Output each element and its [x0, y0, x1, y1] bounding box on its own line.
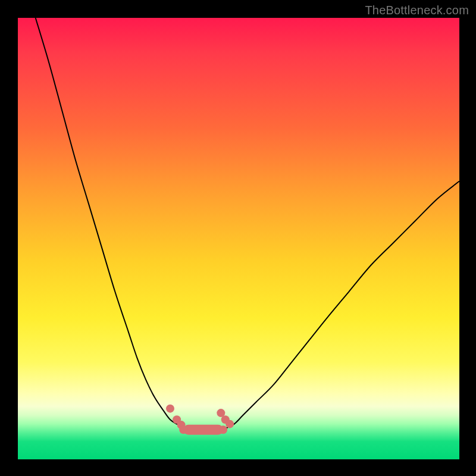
- marker-flat-segment: [183, 425, 223, 435]
- chart-svg: [18, 18, 459, 459]
- plot-area: [18, 18, 459, 459]
- marker-layer: [166, 405, 234, 435]
- curve-layer: [36, 18, 459, 431]
- marker-dot: [219, 425, 227, 434]
- series-right-curve: [226, 181, 459, 429]
- marker-dot: [179, 425, 187, 434]
- watermark-text: TheBottleneck.com: [365, 4, 469, 17]
- marker-dot: [166, 405, 174, 413]
- marker-dot: [226, 420, 234, 428]
- chart-frame: TheBottleneck.com: [0, 0, 476, 476]
- series-left-curve: [36, 18, 186, 428]
